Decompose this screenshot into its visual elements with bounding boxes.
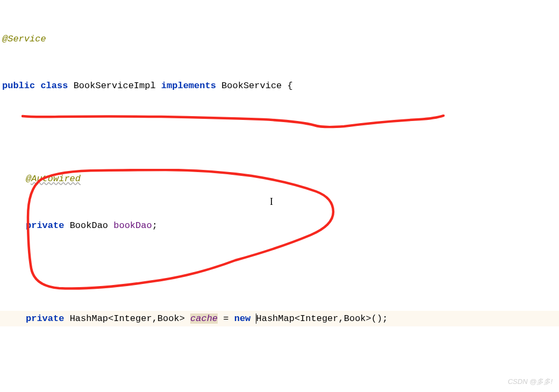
code-line: private BookDao bookDao; (0, 218, 559, 233)
code-editor: @Service public class BookServiceImpl im… (0, 0, 559, 392)
code-line-blank (0, 124, 559, 140)
code-line-highlighted: private HashMap<Integer,Book> cache = ne… (0, 311, 559, 326)
watermark: CSDN @多多! (508, 376, 553, 388)
annotation-service: @Service (2, 34, 46, 44)
code-line: public class BookServiceImpl implements … (0, 78, 559, 94)
code-line-blank (0, 265, 559, 280)
code-line-blank (0, 358, 559, 373)
annotation-autowired: @Autowired (26, 174, 81, 184)
code-line: @Service (0, 31, 559, 47)
code-line: @Autowired (0, 171, 559, 187)
